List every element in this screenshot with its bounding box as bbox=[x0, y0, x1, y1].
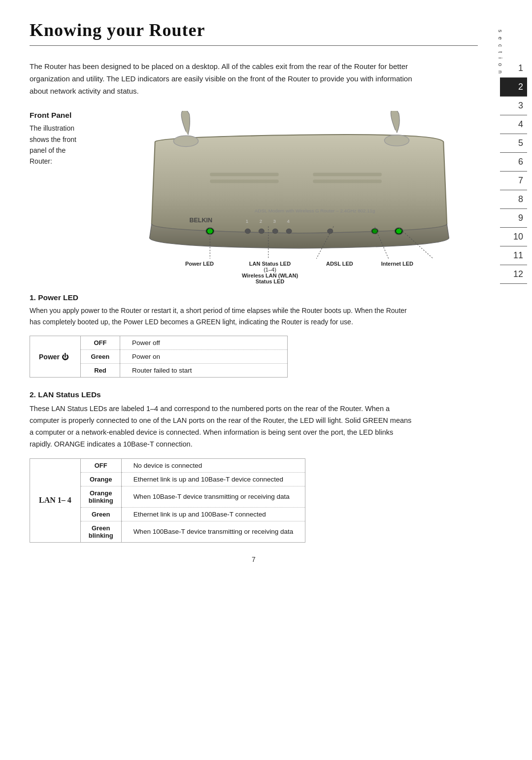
internet-led-label: Internet LED bbox=[381, 261, 413, 284]
svg-rect-3 bbox=[210, 180, 278, 183]
lan-status-table-wrapper: LAN 1– 4 OFF No device is connected Oran… bbox=[30, 458, 478, 543]
power-led-section: 1. Power LED When you apply power to the… bbox=[30, 293, 478, 378]
svg-text:4: 4 bbox=[287, 219, 290, 224]
svg-text:ADSL Modem with Wireless G Rou: ADSL Modem with Wireless G Router – 2.4G… bbox=[255, 208, 375, 214]
lan-off-key: OFF bbox=[80, 458, 121, 472]
svg-rect-2 bbox=[210, 173, 278, 176]
nav-item-10[interactable]: 10 bbox=[500, 228, 527, 246]
power-off-row: Power ⏻ OFF Power off bbox=[30, 336, 288, 350]
nav-item-3[interactable]: 3 bbox=[500, 97, 527, 115]
page-title: Knowing your Router bbox=[30, 20, 478, 40]
power-led-label: Power LED bbox=[185, 261, 214, 284]
svg-rect-5 bbox=[313, 180, 381, 183]
svg-text:BELKIN: BELKIN bbox=[189, 217, 212, 224]
nav-item-11[interactable]: 11 bbox=[500, 246, 527, 265]
lan-green-val: Ethernet link is up and 100Base-T connec… bbox=[121, 507, 305, 521]
nav-item-2[interactable]: 2 bbox=[500, 78, 527, 97]
power-led-table: Power ⏻ OFF Power off Green Power on Red… bbox=[30, 336, 288, 378]
lan-orange-blink-val: When 10Base-T device transmitting or rec… bbox=[121, 486, 305, 507]
lan-orange-blink-key: Orangeblinking bbox=[80, 486, 121, 507]
router-image-container: BELKIN 1 2 bbox=[121, 111, 478, 284]
power-green-key: Green bbox=[80, 350, 120, 364]
power-red-key: Red bbox=[80, 364, 120, 378]
lan-status-led-label: LAN Status LED (1–4) Wireless LAN (WLAN)… bbox=[242, 261, 298, 284]
lan-green-blink-val: When 100Base-T device transmitting or re… bbox=[121, 521, 305, 542]
nav-item-9[interactable]: 9 bbox=[500, 209, 527, 228]
lan-status-title: 2. LAN Status LEDs bbox=[30, 390, 478, 399]
front-panel-text: Front Panel The illustrationshows the fr… bbox=[30, 111, 111, 167]
lan-status-section: 2. LAN Status LEDs These LAN Status LEDs… bbox=[30, 390, 478, 543]
lan-orange-val: Ethernet link is up and 10Base-T device … bbox=[121, 472, 305, 486]
adsl-led-label: ADSL LED bbox=[326, 261, 353, 284]
power-off-val: Power off bbox=[120, 336, 287, 350]
lan-orange-key: Orange bbox=[80, 472, 121, 486]
svg-point-12 bbox=[286, 229, 292, 234]
router-illustration: BELKIN 1 2 bbox=[121, 111, 478, 259]
power-red-val: Router failed to start bbox=[120, 364, 287, 378]
svg-point-9 bbox=[245, 229, 250, 234]
power-led-intro: When you apply power to the Router or re… bbox=[30, 305, 414, 328]
svg-point-1 bbox=[384, 135, 409, 146]
front-panel-description: The illustrationshows the frontpanel of … bbox=[30, 123, 111, 167]
nav-item-12[interactable]: 12 bbox=[500, 265, 527, 284]
led-labels: Power LED LAN Status LED (1–4) Wireless … bbox=[171, 261, 428, 284]
power-label-cell: Power ⏻ bbox=[30, 336, 81, 378]
front-panel-section: Front Panel The illustrationshows the fr… bbox=[30, 111, 478, 284]
svg-point-15 bbox=[372, 229, 377, 233]
nav-numbers: 123456789101112 bbox=[500, 59, 532, 284]
svg-text:3: 3 bbox=[273, 219, 276, 224]
svg-text:2: 2 bbox=[260, 219, 262, 224]
svg-text:1: 1 bbox=[246, 219, 248, 224]
power-led-table-wrapper: Power ⏻ OFF Power off Green Power on Red… bbox=[30, 336, 478, 378]
lan-label-cell: LAN 1– 4 bbox=[30, 458, 81, 542]
nav-item-7[interactable]: 7 bbox=[500, 172, 527, 190]
lan-green-key: Green bbox=[80, 507, 121, 521]
nav-item-5[interactable]: 5 bbox=[500, 134, 527, 153]
nav-item-4[interactable]: 4 bbox=[500, 115, 527, 134]
power-off-key: OFF bbox=[80, 336, 120, 350]
nav-item-6[interactable]: 6 bbox=[500, 153, 527, 172]
lan-green-blink-key: Greenblinking bbox=[80, 521, 121, 542]
svg-point-11 bbox=[272, 229, 278, 234]
power-green-val: Power on bbox=[120, 350, 287, 364]
power-led-title: 1. Power LED bbox=[30, 293, 478, 302]
side-navigation: s e c t i o n 123456789101112 bbox=[485, 0, 532, 760]
lan-status-desc: These LAN Status LEDs are labeled 1–4 an… bbox=[30, 403, 414, 450]
title-rule bbox=[30, 45, 478, 46]
svg-point-17 bbox=[396, 229, 401, 234]
svg-point-0 bbox=[173, 136, 198, 146]
nav-item-8[interactable]: 8 bbox=[500, 190, 527, 209]
main-content: Knowing your Router The Router has been … bbox=[30, 0, 478, 573]
lan-off-val: No device is connected bbox=[121, 458, 305, 472]
page-number: 7 bbox=[30, 555, 478, 573]
nav-item-1[interactable]: 1 bbox=[500, 59, 527, 78]
lan-status-table: LAN 1– 4 OFF No device is connected Oran… bbox=[30, 458, 305, 543]
lan-off-row: LAN 1– 4 OFF No device is connected bbox=[30, 458, 305, 472]
intro-paragraph: The Router has been designed to be place… bbox=[30, 61, 414, 97]
svg-point-10 bbox=[259, 229, 264, 234]
svg-rect-4 bbox=[313, 173, 381, 176]
front-panel-label: Front Panel bbox=[30, 111, 111, 120]
